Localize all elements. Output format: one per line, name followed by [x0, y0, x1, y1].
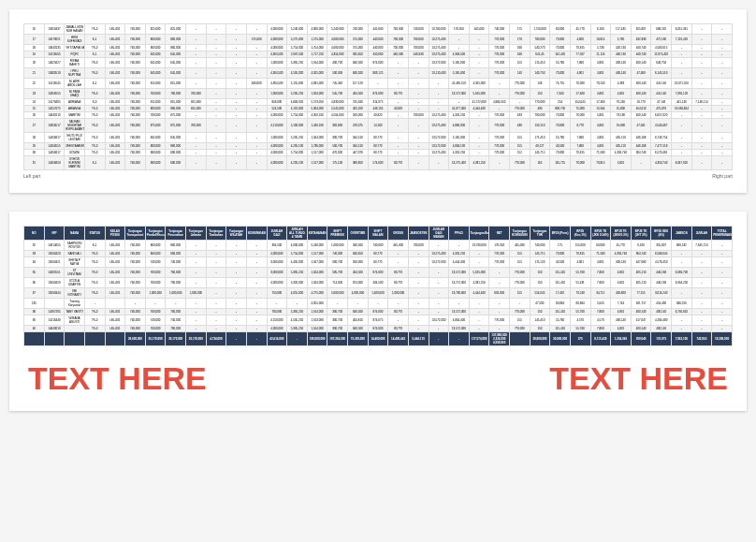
- table-row: 3214614655SAHPUDIN ROSYIDIK-1LBL-001740,…: [24, 241, 733, 251]
- table-row: 3713590444SRI NOVIANTITK-0LBL-001740,000…: [24, 288, 733, 299]
- table-row: 3914116440WIRANA AGUSTITK-0LBL-001740,00…: [24, 315, 733, 326]
- table-row: 2713456517TAUFAN MUKHTAR RISPILAWAETATK-…: [24, 119, 733, 133]
- col-header: JUMLAH ALL TUNJG & TAMB: [287, 227, 308, 241]
- col-header: JAMSOS: [672, 227, 692, 241]
- col-header: Tunjangan KOMSUMSI: [510, 227, 531, 241]
- table-row: 1813640135YET/TA/PALYANTK-0LBL-001740,00…: [24, 45, 733, 51]
- footer-left: Left part: [23, 173, 40, 179]
- table-row: 135Training Karyawan----------4,055,000-…: [24, 299, 733, 309]
- table-row: 2014625627RISMA BAHKTITK-0LBL-001740,000…: [24, 58, 733, 68]
- col-header: OVERTIME: [348, 227, 369, 241]
- col-header: STATUS: [84, 227, 105, 241]
- col-header: Tunjangan THR: [530, 227, 550, 241]
- col-header: KETAHANAN: [307, 227, 327, 241]
- col-header: BPJS TK (JHT 2%): [631, 227, 651, 241]
- col-header: BPJS (Kes.1%): [570, 227, 590, 241]
- col-header: SHIFT PREMIUM: [327, 227, 348, 241]
- col-header: BPJS KES (4%): [651, 227, 672, 241]
- payroll-table-2: NONIPNAMASTATUSKELAS POSISITunjangan Tra…: [23, 226, 733, 346]
- text-here-left: TEXT HERE: [28, 360, 207, 397]
- text-here-right: TEXT HERE: [549, 360, 728, 397]
- col-header: Tunjangan Jabatan: [186, 227, 207, 241]
- col-header: TOTAL PENERIMAAN: [712, 227, 733, 241]
- col-header: Tunjangan Pendai/Khusus: [145, 227, 166, 241]
- col-header: BPJS TK (JKK 0.24%): [590, 227, 611, 241]
- col-header: NO: [24, 227, 45, 241]
- table-row: 3413590421SHETA P NATYATK-0LBL-001740,00…: [24, 257, 733, 268]
- table-row: 2814456617IHUTU PUJI LESTARITK-0LBL-0017…: [24, 133, 733, 143]
- col-header: Tunjangan Tambahan: [206, 227, 226, 241]
- table-row: 3014456617UDWINITK-0LBL-001740,000680,00…: [24, 150, 733, 156]
- col-header: JUMLAH: [691, 227, 712, 241]
- table-row: 2414178405ADRIANAK-0LBL-001740,000815,00…: [24, 99, 733, 106]
- col-header: JUMLAH GAJI MAKAN: [429, 227, 449, 241]
- col-header: JUMLAH GAJI: [267, 227, 287, 241]
- table-row: 1613450437ZAMALLUDIN NUR HASANTK-0LBL-00…: [24, 24, 733, 35]
- col-header: NAMA: [65, 227, 85, 241]
- table-row: 3114456650SYHOZI EURNINI MARTINIK-1LBL-0…: [24, 156, 733, 170]
- col-header: GROSS: [388, 227, 409, 241]
- table-row: 2113460510I PRU NUPITRATK-0LBL-001740,00…: [24, 68, 733, 79]
- col-header: NIP: [44, 227, 65, 241]
- page-2: NONIPNAMASTATUSKELAS POSISITunjangan Tra…: [9, 212, 747, 411]
- table-row: 1914116595FIQRIK-1LBL-001740,000645,0006…: [24, 51, 733, 58]
- table-row: 4014643010TK-0LBL-001740,000760,000760,0…: [24, 326, 733, 332]
- table-row: 3514005551ST UNIVITANITK-0LBL-001740,000…: [24, 268, 733, 278]
- payroll-table-1: 1613450437ZAMALLUDIN NUR HASANTK-0LBL-00…: [23, 23, 733, 170]
- col-header: PPh21: [449, 227, 470, 241]
- col-header: Tunjangan/Asuransi: [469, 227, 489, 241]
- col-header: Tunjangan WILAYAH: [226, 227, 247, 241]
- table-row: 3613590429UCDILA UDARTINTK-0LBL-001740,0…: [24, 278, 733, 288]
- col-header: Tunjangan Transportasi: [125, 227, 146, 241]
- col-header: NET: [489, 227, 510, 241]
- total-row: 29,600,00035,170,00035,170,00035,170,000…: [24, 332, 733, 346]
- col-header: KELAS POSISI: [105, 227, 125, 241]
- table-row: 2514557075ARIANSATK-0LBL-001740,000860,0…: [24, 106, 733, 112]
- col-header: BPJS (Pens): [550, 227, 571, 241]
- table-row: 2313456555M. FATA UHAQITK-0LBL-001740,00…: [24, 89, 733, 99]
- placeholder-text-row: TEXT HERE TEXT HERE: [23, 360, 733, 397]
- col-header: Tunjangan Perumahan: [166, 227, 186, 241]
- table-row: 1714570021HENI SUFRIYADIK-1LBL-001740,00…: [24, 35, 733, 45]
- table-row: 2914456555ZEESTAFAVENTTK-0LBL-001740,000…: [24, 143, 733, 150]
- col-header: JAMSOSTEK: [408, 227, 429, 241]
- table-row: 2614640110MARTINITK-0LBL-001740,000700,0…: [24, 112, 733, 119]
- footer-right: Right part: [712, 173, 733, 179]
- table-row: 2214116545M. ADRI ABDILLAHK-1LBL-001740,…: [24, 79, 733, 89]
- page-footer-labels: Left part Right part: [23, 173, 733, 179]
- table-row: 3814267205TANY YANTOTK-0LBL-001740,00076…: [24, 309, 733, 315]
- table-row: 3313590420SANDI ALITK-0LBL-001740,000660…: [24, 251, 733, 257]
- col-header: SHIFT MALAM: [368, 227, 388, 241]
- col-header: KOMUNIKASI: [246, 227, 267, 241]
- page-1-continued: 1613450437ZAMALLUDIN NUR HASANTK-0LBL-00…: [9, 9, 747, 193]
- col-header: BPJS TK (JKM 0.3%): [611, 227, 632, 241]
